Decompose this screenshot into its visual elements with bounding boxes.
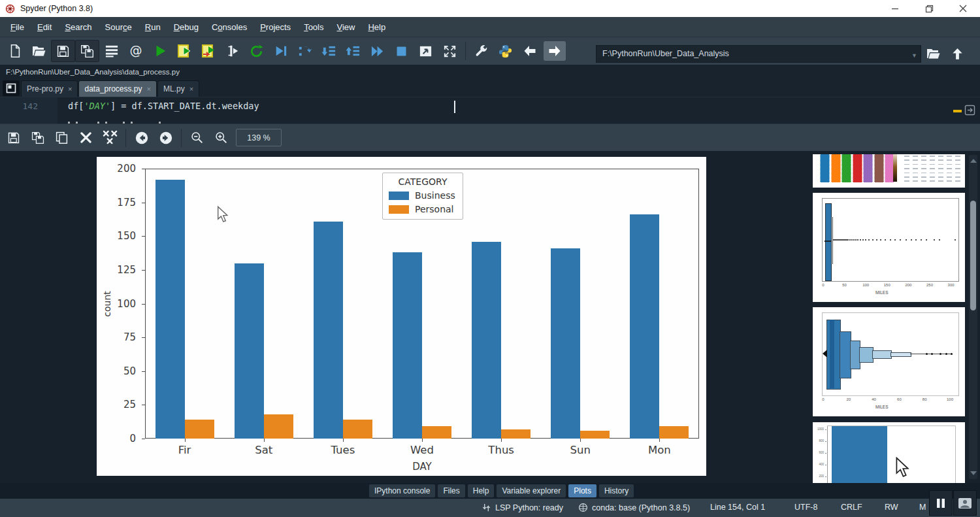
plot-thumbnail-2[interactable]: 050100150200250300MILES <box>813 193 965 302</box>
file-path-text: F:\PythonRun\Uber_Data_Analysis\data_pro… <box>6 68 180 76</box>
zoom-out-button[interactable] <box>185 127 209 149</box>
menu-file[interactable]: File <box>4 22 31 32</box>
scrollbar-thumb[interactable] <box>970 201 976 310</box>
scroll-flag-warning[interactable] <box>953 110 962 112</box>
legend-title: CATEGORY <box>389 176 457 187</box>
lsp-status[interactable]: LSP Python: ready <box>482 503 563 512</box>
pane-tab-ipython-console[interactable]: IPython console <box>369 484 435 497</box>
conda-status[interactable]: conda: base (Python 3.8.5) <box>578 503 690 512</box>
plot-thumbnail-1[interactable] <box>813 154 965 188</box>
plot-thumbnail-3[interactable]: 020406080100MILES <box>813 307 965 416</box>
minimize-button[interactable] <box>878 0 912 17</box>
working-directory-dropdown-caret[interactable]: ▼ <box>911 52 917 59</box>
menu-consoles[interactable]: Consoles <box>205 22 253 32</box>
pause-overlay-button[interactable] <box>929 490 953 516</box>
restore-icon <box>925 5 934 13</box>
zoom-in-button[interactable] <box>209 127 233 149</box>
new-file-button[interactable] <box>3 40 27 62</box>
tab-close-icon[interactable]: × <box>189 85 193 93</box>
thumb1-table-mark <box>913 176 918 178</box>
save-all-plots-button[interactable] <box>25 127 50 149</box>
thumb1-table-mark <box>938 164 943 165</box>
symbol-finder-button[interactable]: @ <box>123 40 148 62</box>
menu-source[interactable]: Source <box>99 22 139 32</box>
close-button[interactable] <box>946 0 980 17</box>
forward-button[interactable] <box>544 41 566 61</box>
up-arrow-icon <box>950 46 965 61</box>
menu-edit[interactable]: Edit <box>31 22 58 32</box>
debug-continue-button[interactable] <box>365 40 389 62</box>
code-editor[interactable]: 142 df['DAY'] = df.START_DATE.dt.weekday <box>0 97 980 124</box>
zoom-level-field[interactable]: 139 % <box>236 129 282 146</box>
rerun-cell-button[interactable] <box>196 40 220 62</box>
pane-tab-plots[interactable]: Plots <box>568 484 596 497</box>
menu-debug[interactable]: Debug <box>167 22 205 32</box>
save-button[interactable] <box>51 40 75 62</box>
cursor-position-text: Line 154, Col 1 <box>710 503 765 512</box>
browse-directory-button[interactable] <box>921 42 945 65</box>
previous-plot-button[interactable] <box>129 127 154 149</box>
plots-toolbar: 139 % <box>0 124 980 151</box>
editor-tab-ml-py[interactable]: ML.py× <box>157 80 199 97</box>
menu-search[interactable]: Search <box>58 22 98 32</box>
go-up-directory-button[interactable] <box>945 42 970 65</box>
pane-tab-help[interactable]: Help <box>468 484 495 497</box>
plot-thumbnail-4[interactable]: 1000800600400200 <box>813 422 965 483</box>
run-cell-button[interactable] <box>172 40 196 62</box>
tab-close-icon[interactable]: × <box>147 85 151 93</box>
python-path-button[interactable] <box>493 40 517 62</box>
plots-toolbar-separator-2 <box>181 129 182 147</box>
debug-file-button[interactable] <box>269 40 293 62</box>
run-selection-icon <box>225 44 240 58</box>
pane-tab-bar: IPython consoleFilesHelpVariable explore… <box>0 483 980 499</box>
thumbnails-scrollbar[interactable] <box>969 155 977 479</box>
tab-close-icon[interactable]: × <box>68 85 72 93</box>
debug-step-over-button[interactable] <box>293 40 317 62</box>
editor-split-button[interactable] <box>964 105 975 118</box>
menu-projects[interactable]: Projects <box>253 22 297 32</box>
thumb1-bar <box>831 154 841 182</box>
debug-step-return-button[interactable] <box>341 40 365 62</box>
close-icon <box>959 5 967 12</box>
editor-tab-data_process-py[interactable]: data_process.py× <box>78 80 157 97</box>
browse-tabs-button[interactable] <box>3 80 20 96</box>
restart-kernel-button[interactable] <box>244 40 269 62</box>
menu-view[interactable]: View <box>330 22 361 32</box>
remove-plot-button[interactable] <box>74 127 98 149</box>
scrollbar-down-arrow[interactable] <box>970 471 977 475</box>
thumb1-table-mark <box>921 173 926 174</box>
thumb1-table-mark <box>938 180 943 182</box>
editor-tab-pre-pro-py[interactable]: Pre-pro.py× <box>21 80 78 97</box>
restore-button[interactable] <box>912 0 946 17</box>
y-tick-mark <box>142 337 145 338</box>
screenshot-overlay-button[interactable] <box>953 490 977 516</box>
thumb3-xtick: 100 <box>946 397 954 401</box>
menu-help[interactable]: Help <box>361 22 392 32</box>
thumb1-table-mark <box>930 180 935 182</box>
working-directory-input[interactable]: F:\PythonRun\Uber_Data_Analysis ▼ <box>596 45 921 63</box>
open-file-button[interactable] <box>27 40 51 62</box>
preferences-button[interactable] <box>469 40 493 62</box>
outline-explorer-button[interactable] <box>99 40 123 62</box>
fullscreen-button[interactable] <box>438 40 462 62</box>
menu-tools[interactable]: Tools <box>297 22 330 32</box>
status-bar: LSP Python: ready conda: base (Python 3.… <box>0 499 980 517</box>
maximize-pane-button[interactable] <box>414 40 438 62</box>
debug-step-into-button[interactable] <box>317 40 341 62</box>
pane-tab-history[interactable]: History <box>599 484 634 497</box>
menu-run[interactable]: Run <box>139 22 167 32</box>
bar-personal-sun <box>580 431 610 439</box>
at-icon: @ <box>128 43 144 59</box>
run-selection-button[interactable] <box>220 40 244 62</box>
scrollbar-up-arrow[interactable] <box>970 159 977 163</box>
next-plot-button[interactable] <box>154 127 178 149</box>
copy-plot-button[interactable] <box>50 127 74 149</box>
pane-tab-files[interactable]: Files <box>438 484 465 497</box>
pane-tab-variable-explorer[interactable]: Variable explorer <box>497 484 566 497</box>
back-button[interactable] <box>517 40 542 62</box>
remove-all-plots-button[interactable] <box>98 127 122 149</box>
stop-debug-button[interactable] <box>389 40 414 62</box>
save-all-button[interactable] <box>75 40 99 62</box>
save-plot-button[interactable] <box>1 127 25 149</box>
run-file-button[interactable] <box>148 40 172 62</box>
